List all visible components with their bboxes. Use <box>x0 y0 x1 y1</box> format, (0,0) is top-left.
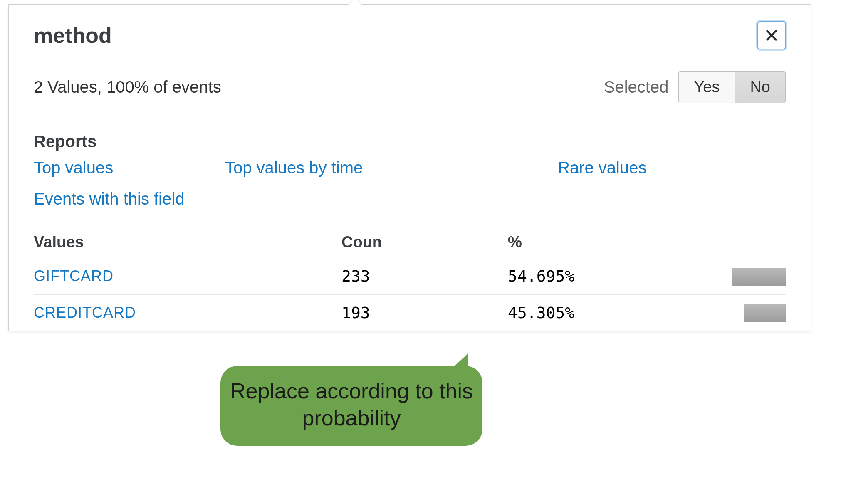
summary-text: 2 Values, 100% of events <box>34 78 221 96</box>
table-row: GIFTCARD 233 54.695% <box>34 258 786 295</box>
annotation-callout: Replace according to this probability <box>220 366 482 446</box>
toggle-yes[interactable]: Yes <box>679 72 735 103</box>
th-values: Values <box>34 233 341 251</box>
summary-row: 2 Values, 100% of events Selected Yes No <box>34 71 786 103</box>
table-row: CREDITCARD 193 45.305% <box>34 295 786 331</box>
link-top-values[interactable]: Top values <box>34 158 225 177</box>
cell-value[interactable]: CREDITCARD <box>34 304 341 321</box>
bar-icon <box>732 268 786 286</box>
th-percent: % <box>508 233 699 251</box>
popover-notch <box>348 0 362 12</box>
cell-value[interactable]: GIFTCARD <box>34 267 341 285</box>
table-header: Values Coun % <box>34 233 786 258</box>
values-table: Values Coun % GIFTCARD 233 54.695% CREDI… <box>34 233 786 331</box>
field-title: method <box>34 23 112 48</box>
link-rare-values[interactable]: Rare values <box>558 158 646 177</box>
selected-toggle: Yes No <box>678 71 786 103</box>
reports-links-row1: Top values Top values by time Rare value… <box>34 158 786 177</box>
cell-count: 193 <box>341 304 508 322</box>
th-count: Coun <box>341 233 508 251</box>
reports-links-row2: Events with this field <box>34 190 786 208</box>
toggle-no[interactable]: No <box>735 72 785 103</box>
cell-percent: 45.305% <box>508 304 699 322</box>
cell-bar <box>744 303 786 323</box>
field-popover: method 2 Values, 100% of events Selected… <box>8 4 811 331</box>
title-row: method <box>34 21 786 49</box>
selected-label: Selected <box>604 78 669 96</box>
bar-icon <box>744 304 786 322</box>
link-events-with-field[interactable]: Events with this field <box>34 190 184 208</box>
close-button[interactable] <box>757 21 786 49</box>
close-icon <box>765 29 778 42</box>
annotation-text: Replace according to this probability <box>230 379 473 430</box>
reports-heading: Reports <box>34 132 786 151</box>
link-top-values-by-time[interactable]: Top values by time <box>225 158 558 177</box>
cell-bar <box>732 267 786 286</box>
selected-group: Selected Yes No <box>604 71 786 103</box>
cell-count: 233 <box>341 267 508 285</box>
cell-percent: 54.695% <box>508 267 699 285</box>
